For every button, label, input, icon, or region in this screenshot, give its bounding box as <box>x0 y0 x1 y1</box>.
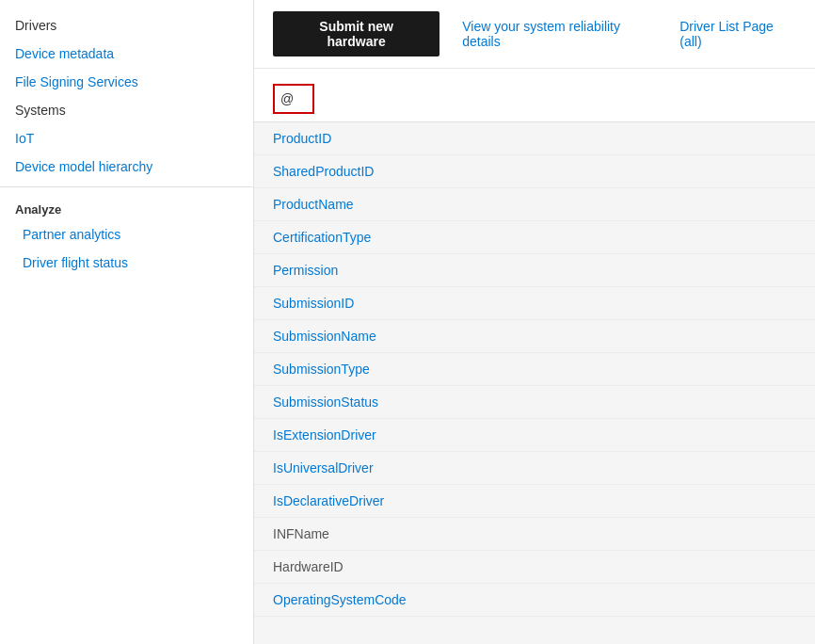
filter-input-wrapper[interactable]: @ <box>273 84 314 114</box>
submit-new-hardware-button[interactable]: Submit new hardware <box>273 11 439 56</box>
sidebar-section-analyze: Analyze <box>0 193 253 220</box>
list-item-hardwareid[interactable]: HardwareID <box>254 551 815 584</box>
at-symbol-icon: @ <box>280 91 294 106</box>
list-item-sharedproductid[interactable]: SharedProductID <box>254 155 815 188</box>
list-item-submissionid[interactable]: SubmissionID <box>254 287 815 320</box>
sidebar-item-device-metadata[interactable]: Device metadata <box>0 40 253 68</box>
list-item-operatingsystemcode[interactable]: OperatingSystemCode <box>254 584 815 617</box>
reliability-details-link[interactable]: View your system reliability details <box>462 19 657 49</box>
sidebar-item-partner-analytics[interactable]: Partner analytics <box>0 220 253 249</box>
driver-list-page-link[interactable]: Driver List Page (all) <box>679 19 796 49</box>
list-item-certificationtype[interactable]: CertificationType <box>254 221 815 254</box>
list-item-infname[interactable]: INFName <box>254 518 815 551</box>
list-item-isextensiondriver[interactable]: IsExtensionDriver <box>254 419 815 452</box>
topbar: Submit new hardware View your system rel… <box>254 0 815 69</box>
main-content: Submit new hardware View your system rel… <box>254 0 815 644</box>
list-item-submissionstatus[interactable]: SubmissionStatus <box>254 386 815 419</box>
list-item-permission[interactable]: Permission <box>254 254 815 287</box>
list-item-isdeclarativedriver[interactable]: IsDeclarativeDriver <box>254 485 815 518</box>
sidebar-item-systems[interactable]: Systems <box>0 96 253 124</box>
list-item-isuniversaldriver[interactable]: IsUniversalDriver <box>254 452 815 485</box>
sidebar-item-iot[interactable]: IoT <box>0 124 253 153</box>
list-item-productid[interactable]: ProductID <box>254 122 815 155</box>
list-item-submissiontype[interactable]: SubmissionType <box>254 353 815 386</box>
sidebar-item-drivers[interactable]: Drivers <box>0 11 253 40</box>
list-item-productname[interactable]: ProductName <box>254 188 815 221</box>
sidebar-item-driver-flight-status[interactable]: Driver flight status <box>0 249 253 277</box>
list-item-submissionname[interactable]: SubmissionName <box>254 320 815 353</box>
sidebar-item-device-model-hierarchy[interactable]: Device model hierarchy <box>0 153 253 181</box>
sidebar-divider <box>0 186 253 187</box>
filter-area: @ <box>254 69 815 122</box>
sidebar: Drivers Device metadata File Signing Ser… <box>0 0 254 644</box>
field-list: ProductIDSharedProductIDProductNameCerti… <box>254 122 815 644</box>
sidebar-item-file-signing-services[interactable]: File Signing Services <box>0 68 253 96</box>
